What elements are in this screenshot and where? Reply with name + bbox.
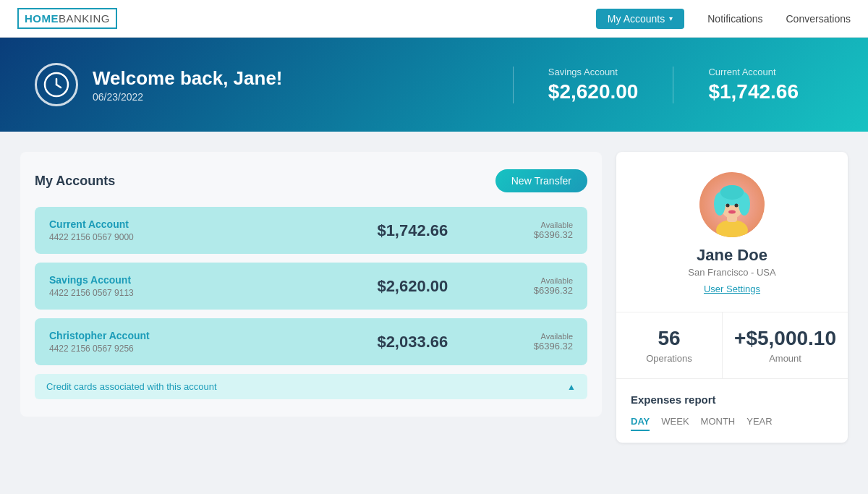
conversations-link[interactable]: Conversations (786, 13, 851, 25)
savings-account-amount: $2,620.00 (292, 277, 534, 296)
panel-title: My Accounts (35, 174, 115, 189)
christopher-account-available: Available $6396.32 (534, 332, 573, 352)
christopher-account-number: 4422 2156 0567 9256 (49, 344, 292, 354)
current-account-amount: $1,742.66 (292, 221, 534, 240)
tab-day[interactable]: DAY (631, 416, 650, 431)
tab-year[interactable]: YEAR (746, 416, 772, 431)
christopher-account-amount: $2,033.66 (292, 333, 534, 352)
tab-month[interactable]: MONTH (701, 416, 736, 431)
savings-amount: $2,620.00 (548, 80, 639, 103)
notifications-link[interactable]: Notifications (707, 13, 762, 25)
hero-greeting: Welcome back, Jane! 06/23/2022 (93, 67, 283, 103)
svg-point-12 (735, 204, 739, 208)
profile-section: Jane Doe San Francisco - USA User Settin… (616, 152, 848, 312)
svg-point-10 (720, 185, 744, 200)
clock-icon (35, 63, 78, 106)
hero-banner: Welcome back, Jane! 06/23/2022 Savings A… (0, 38, 868, 132)
svg-point-11 (726, 204, 730, 208)
hero-welcome: Welcome back, Jane! (93, 67, 283, 90)
navbar: HOME BANKING My Accounts ▾ Notifications… (0, 0, 868, 38)
chevron-down-icon: ▾ (669, 14, 673, 22)
operations-label: Operations (628, 353, 710, 364)
current-label: Current Account (708, 67, 799, 77)
current-account-available: Available $6396.32 (534, 221, 573, 240)
current-account-info: Current Account 4422 2156 0567 9000 (49, 218, 292, 242)
savings-account-card[interactable]: Savings Account 4422 2156 0567 9113 $2,6… (35, 263, 587, 310)
christopher-account-card[interactable]: Christopher Account 4422 2156 0567 9256 … (35, 318, 587, 365)
tab-week[interactable]: WEEK (661, 416, 689, 431)
current-amount: $1,742.66 (708, 80, 799, 103)
panel-header: My Accounts New Transfer (35, 169, 587, 192)
profile-name: Jane Doe (697, 246, 767, 265)
accounts-panel: My Accounts New Transfer Current Account… (20, 152, 602, 417)
hero-date: 06/23/2022 (93, 91, 283, 103)
current-account-number: 4422 2156 0567 9000 (49, 232, 292, 242)
current-account-name: Current Account (49, 218, 292, 230)
stats-section: 56 Operations +$5,000.10 Amount (616, 312, 848, 379)
nav-links: My Accounts ▾ Notifications Conversation… (596, 9, 851, 29)
avatar-svg (699, 172, 765, 237)
logo-banking: BANKING (59, 12, 110, 25)
current-account-card[interactable]: Current Account 4422 2156 0567 9000 $1,7… (35, 207, 587, 254)
christopher-account-name: Christopher Account (49, 330, 292, 341)
savings-account-info: Savings Account 4422 2156 0567 9113 (49, 274, 292, 298)
new-transfer-button[interactable]: New Transfer (495, 169, 587, 192)
clock-svg (43, 72, 69, 98)
svg-point-13 (728, 210, 736, 214)
right-panel: Jane Doe San Francisco - USA User Settin… (616, 152, 848, 443)
savings-label: Savings Account (548, 67, 639, 77)
savings-account-number: 4422 2156 0567 9113 (49, 288, 292, 298)
expenses-tabs: DAY WEEK MONTH YEAR (631, 416, 833, 431)
accounts-dropdown-button[interactable]: My Accounts ▾ (596, 9, 684, 29)
user-settings-link[interactable]: User Settings (704, 284, 760, 294)
amount-value: +$5,000.10 (734, 327, 836, 350)
credit-cards-row[interactable]: Credit cards associated with this accoun… (35, 374, 587, 399)
christopher-account-info: Christopher Account 4422 2156 0567 9256 (49, 330, 292, 354)
hero-savings-account: Savings Account $2,620.00 (513, 67, 673, 103)
accounts-btn-label: My Accounts (608, 13, 665, 25)
amount-label: Amount (734, 353, 836, 364)
savings-account-name: Savings Account (49, 274, 292, 286)
credit-cards-text: Credit cards associated with this accoun… (46, 381, 217, 392)
expenses-title: Expenses report (631, 393, 833, 406)
profile-location: San Francisco - USA (688, 267, 775, 278)
svg-line-2 (56, 85, 61, 88)
savings-account-available: Available $6396.32 (534, 276, 573, 296)
logo-home: HOME (25, 12, 59, 25)
expenses-section: Expenses report DAY WEEK MONTH YEAR (616, 379, 848, 443)
main-content: My Accounts New Transfer Current Account… (0, 132, 868, 463)
operations-count: 56 (628, 327, 710, 350)
logo: HOME BANKING (17, 8, 117, 29)
avatar (699, 172, 765, 237)
hero-accounts: Savings Account $2,620.00 Current Accoun… (513, 67, 833, 103)
operations-stat: 56 Operations (616, 312, 723, 378)
hero-current-account: Current Account $1,742.66 (673, 67, 833, 103)
hero-left: Welcome back, Jane! 06/23/2022 (35, 63, 513, 106)
amount-stat: +$5,000.10 Amount (723, 312, 848, 378)
chevron-up-icon: ▲ (567, 382, 576, 392)
